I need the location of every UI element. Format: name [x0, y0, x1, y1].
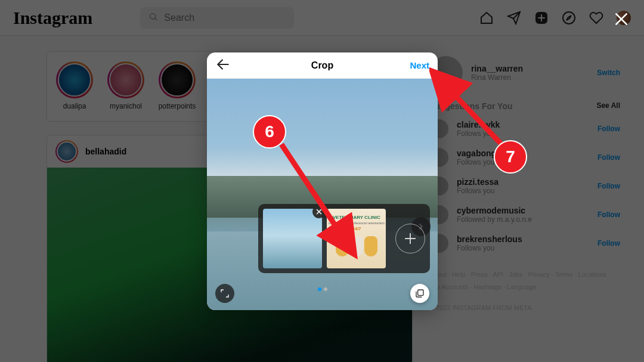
back-icon[interactable] [215, 57, 231, 75]
pager-dot [324, 287, 327, 291]
svg-line-16 [435, 75, 502, 145]
add-media-icon[interactable] [395, 224, 425, 253]
svg-rect-12 [418, 290, 423, 295]
pager-dot-active [318, 287, 321, 291]
modal-header: Crop Next [207, 52, 438, 79]
modal-title: Crop [207, 60, 438, 71]
annotation-callout-7: 7 [494, 140, 527, 174]
close-icon[interactable] [609, 7, 633, 31]
annotation-arrow-6 [274, 137, 376, 274]
next-button[interactable]: Next [410, 60, 429, 70]
aspect-ratio-icon[interactable] [215, 284, 234, 303]
media-pager-dots [318, 287, 327, 291]
multi-select-icon[interactable] [410, 284, 429, 303]
annotation-callout-6: 6 [253, 115, 286, 148]
svg-line-14 [281, 144, 352, 250]
